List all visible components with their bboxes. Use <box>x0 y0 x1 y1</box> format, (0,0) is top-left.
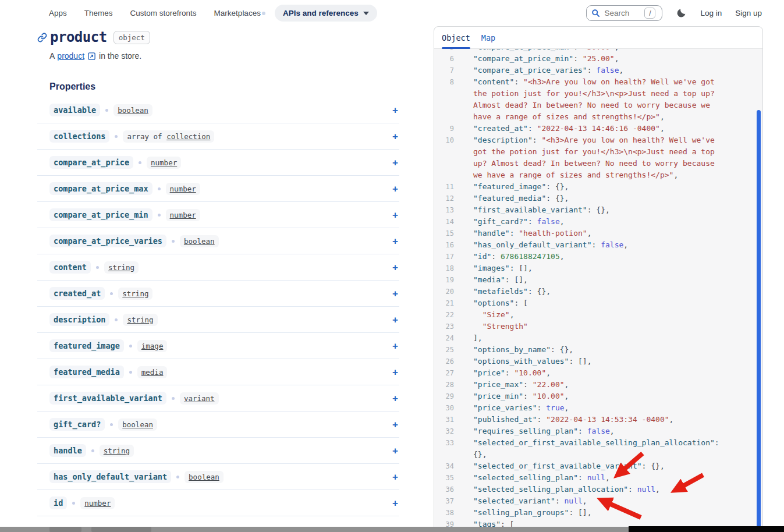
property-name[interactable]: description <box>49 313 109 326</box>
expand-property-button[interactable]: + <box>392 367 398 377</box>
code-line: 29"price_min": "10.00", <box>439 391 762 402</box>
nav-item-apis-and-references[interactable]: APIs and references <box>275 5 377 22</box>
expand-property-button[interactable]: + <box>392 105 398 115</box>
properties-heading: Properties <box>49 81 399 92</box>
property-type-link[interactable]: boolean <box>118 106 148 115</box>
property-type-link[interactable]: boolean <box>122 420 153 429</box>
property-type-link[interactable]: number <box>170 185 196 193</box>
code-viewer[interactable]: 5"compare_at_price_max": "30.00",6"compa… <box>434 49 762 532</box>
intro-text: A product in the store. <box>49 51 399 61</box>
property-type-link[interactable]: number <box>84 499 111 508</box>
line-number <box>439 158 454 169</box>
property-name[interactable]: featured_media <box>49 366 124 378</box>
property-type-link[interactable]: collection <box>166 132 210 141</box>
nav-link-custom-storefronts[interactable]: Custom storefronts <box>130 9 197 17</box>
property-type-link[interactable]: number <box>151 158 177 167</box>
expand-property-button[interactable]: + <box>392 158 398 168</box>
property-row: availableboolean+ <box>37 97 399 123</box>
object-type-badge: object <box>113 31 150 44</box>
code-line-text: we have a range of sizes and strengths!<… <box>473 169 678 181</box>
line-number <box>439 111 454 123</box>
property-row: featured_mediamedia+ <box>37 359 399 385</box>
property-type-link[interactable]: variant <box>184 394 215 403</box>
property-name[interactable]: compare_at_price <box>49 156 133 169</box>
search-icon <box>591 9 600 17</box>
expand-property-button[interactable]: + <box>392 341 398 351</box>
vertical-scrollbar[interactable] <box>757 110 761 532</box>
sign-up-link[interactable]: Sign up <box>735 9 762 17</box>
expand-property-button[interactable]: + <box>392 446 398 456</box>
property-name[interactable]: first_available_variant <box>49 392 166 405</box>
search-input[interactable] <box>604 9 640 17</box>
bottom-scrollbar-strip[interactable] <box>0 527 629 532</box>
log-in-link[interactable]: Log in <box>700 9 722 17</box>
property-name[interactable]: handle <box>49 444 86 457</box>
property-name[interactable]: gift_card? <box>49 418 105 431</box>
expand-property-button[interactable]: + <box>392 236 398 246</box>
property-type-link[interactable]: media <box>141 368 164 377</box>
property-type-link[interactable]: string <box>104 446 130 455</box>
property-type-link[interactable]: image <box>141 342 164 350</box>
code-line-text: Almost dead? In between? No need to worr… <box>473 100 710 111</box>
property-type-link[interactable]: number <box>170 211 196 219</box>
expand-property-button[interactable]: + <box>392 420 398 430</box>
nav-link-themes[interactable]: Themes <box>84 9 113 17</box>
code-panel-tabbar: ObjectMap <box>434 27 762 49</box>
code-line-text: ], <box>473 332 483 344</box>
property-name[interactable]: compare_at_price_varies <box>49 235 166 247</box>
expand-property-button[interactable]: + <box>392 498 398 508</box>
property-name[interactable]: created_at <box>49 287 105 300</box>
expand-property-button[interactable]: + <box>392 289 398 299</box>
anchor-link-icon[interactable] <box>37 33 47 42</box>
expand-property-button[interactable]: + <box>392 210 398 220</box>
line-number: 26 <box>439 356 454 367</box>
line-number: 21 <box>439 297 454 309</box>
search-box[interactable]: / <box>586 5 662 21</box>
property-type-link[interactable]: string <box>127 315 153 324</box>
tab-object[interactable]: Object <box>442 27 470 49</box>
expand-property-button[interactable]: + <box>392 393 398 403</box>
expand-property-button[interactable]: + <box>392 132 398 141</box>
bottom-black-strip <box>629 526 784 532</box>
property-type: string <box>100 445 134 457</box>
code-line: 6"compare_at_price_min": "25.00", <box>439 53 762 65</box>
property-name[interactable]: content <box>49 261 91 274</box>
expand-property-button[interactable]: + <box>392 184 398 194</box>
code-line-text: "selected_selling_plan_allocation": null… <box>473 484 660 495</box>
separator-dot <box>96 266 99 269</box>
code-line-text: "first_available_variant": {}, <box>473 204 610 216</box>
property-name[interactable]: compare_at_price_min <box>49 208 152 221</box>
property-name[interactable]: collections <box>49 130 109 143</box>
code-line: 19"media": [], <box>439 274 762 286</box>
property-name[interactable]: id <box>49 496 67 509</box>
expand-property-button[interactable]: + <box>392 472 398 482</box>
code-line: 14"gift_card?": false, <box>439 216 762 228</box>
code-line-text: "media": [], <box>473 274 528 286</box>
property-name[interactable]: featured_image <box>49 339 124 352</box>
code-line: 24], <box>439 332 762 344</box>
code-line: 12"featured_media": {}, <box>439 193 762 204</box>
expand-property-button[interactable]: + <box>392 315 398 325</box>
separator-dot <box>172 240 175 243</box>
expand-property-button[interactable]: + <box>392 263 398 272</box>
property-name[interactable]: available <box>49 104 100 116</box>
code-line: 36"selected_selling_plan_allocation": nu… <box>439 484 762 495</box>
product-link[interactable]: product <box>57 51 84 61</box>
line-number: 10 <box>439 134 454 146</box>
property-type-link[interactable]: string <box>122 289 148 298</box>
code-line: got the potion just for you!</h3>\n<p>Ju… <box>439 146 762 158</box>
separator-dot <box>110 292 113 295</box>
property-type-link[interactable]: boolean <box>189 473 219 481</box>
property-name[interactable]: has_only_default_variant <box>49 470 171 483</box>
tab-map[interactable]: Map <box>481 27 495 49</box>
nav-link-marketplaces[interactable]: Marketplaces <box>214 9 261 17</box>
nav-link-apps[interactable]: Apps <box>49 9 67 17</box>
property-name[interactable]: compare_at_price_max <box>49 182 152 195</box>
line-number: 30 <box>439 402 454 414</box>
separator-dot <box>172 397 175 400</box>
property-row: collectionsarray of collection+ <box>37 123 399 150</box>
code-line-text: "selling_plan_groups": [], <box>473 507 592 519</box>
property-type-link[interactable]: boolean <box>184 237 215 246</box>
property-type-link[interactable]: string <box>108 263 134 272</box>
dark-mode-moon-icon[interactable] <box>676 8 687 19</box>
